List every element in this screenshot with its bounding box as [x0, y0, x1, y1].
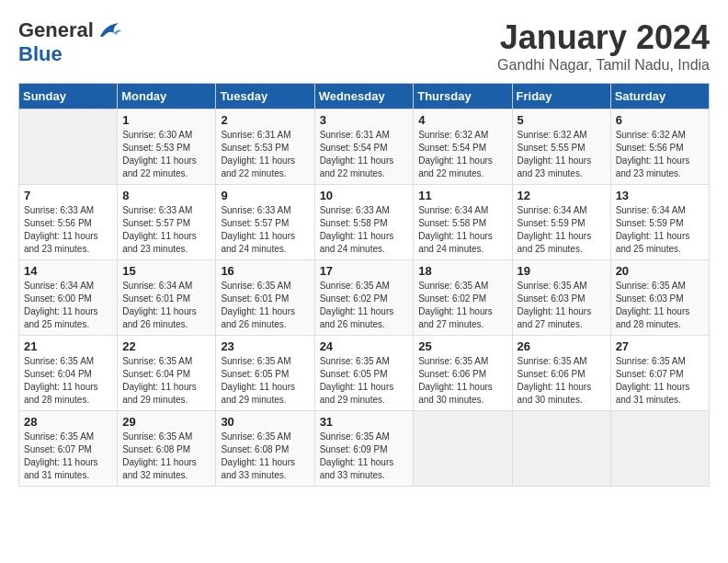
day-number: 10 [320, 189, 409, 202]
day-number: 17 [320, 264, 409, 278]
day-info: Sunrise: 6:35 AMSunset: 6:04 PMDaylight:… [122, 355, 210, 407]
calendar-cell: 16Sunrise: 6:35 AMSunset: 6:01 PMDayligh… [216, 260, 314, 336]
calendar-cell: 8Sunrise: 6:33 AMSunset: 5:57 PMDaylight… [118, 185, 216, 260]
calendar-cell: 17Sunrise: 6:35 AMSunset: 6:02 PMDayligh… [314, 260, 414, 336]
calendar-cell: 7Sunrise: 6:33 AMSunset: 5:56 PMDaylight… [19, 185, 118, 260]
day-info: Sunrise: 6:31 AMSunset: 5:53 PMDaylight:… [221, 129, 309, 180]
day-number: 22 [122, 339, 210, 353]
day-info: Sunrise: 6:35 AMSunset: 6:07 PMDaylight:… [24, 431, 112, 482]
day-info: Sunrise: 6:35 AMSunset: 6:08 PMDaylight:… [221, 431, 309, 482]
day-number: 27 [616, 339, 704, 353]
column-header-saturday: Saturday [610, 84, 709, 109]
calendar-cell: 13Sunrise: 6:34 AMSunset: 5:59 PMDayligh… [610, 185, 709, 260]
day-info: Sunrise: 6:32 AMSunset: 5:56 PMDaylight:… [616, 129, 704, 180]
calendar-cell: 11Sunrise: 6:34 AMSunset: 5:58 PMDayligh… [414, 185, 512, 260]
calendar-table: SundayMondayTuesdayWednesdayThursdayFrid… [18, 83, 710, 487]
day-info: Sunrise: 6:35 AMSunset: 6:08 PMDaylight:… [122, 431, 210, 482]
week-row-2: 7Sunrise: 6:33 AMSunset: 5:56 PMDaylight… [19, 185, 710, 260]
day-number: 13 [616, 189, 704, 202]
calendar-cell: 28Sunrise: 6:35 AMSunset: 6:07 PMDayligh… [19, 411, 118, 487]
column-header-sunday: Sunday [19, 84, 118, 109]
calendar-cell: 4Sunrise: 6:32 AMSunset: 5:54 PMDaylight… [414, 109, 512, 185]
calendar-cell: 21Sunrise: 6:35 AMSunset: 6:04 PMDayligh… [19, 336, 118, 411]
calendar-subtitle: Gandhi Nagar, Tamil Nadu, India [497, 57, 710, 74]
day-info: Sunrise: 6:33 AMSunset: 5:56 PMDaylight:… [24, 204, 112, 256]
day-info: Sunrise: 6:34 AMSunset: 6:00 PMDaylight:… [24, 280, 112, 331]
calendar-cell: 15Sunrise: 6:34 AMSunset: 6:01 PMDayligh… [118, 260, 216, 336]
column-header-monday: Monday [118, 84, 216, 109]
day-info: Sunrise: 6:31 AMSunset: 5:54 PMDaylight:… [320, 129, 409, 180]
day-info: Sunrise: 6:35 AMSunset: 6:06 PMDaylight:… [418, 355, 506, 407]
column-header-thursday: Thursday [414, 84, 512, 109]
day-number: 26 [518, 339, 606, 353]
day-info: Sunrise: 6:35 AMSunset: 6:03 PMDaylight:… [616, 280, 704, 331]
calendar-cell: 23Sunrise: 6:35 AMSunset: 6:05 PMDayligh… [216, 336, 314, 411]
column-header-friday: Friday [512, 84, 610, 109]
calendar-cell: 3Sunrise: 6:31 AMSunset: 5:54 PMDaylight… [314, 109, 414, 185]
day-info: Sunrise: 6:33 AMSunset: 5:57 PMDaylight:… [122, 204, 210, 256]
day-number: 11 [418, 189, 506, 202]
day-info: Sunrise: 6:30 AMSunset: 5:53 PMDaylight:… [122, 129, 210, 180]
day-info: Sunrise: 6:35 AMSunset: 6:02 PMDaylight:… [320, 280, 409, 331]
day-number: 7 [24, 189, 112, 202]
day-number: 25 [418, 339, 506, 353]
day-number: 24 [320, 339, 409, 353]
day-info: Sunrise: 6:35 AMSunset: 6:09 PMDaylight:… [320, 431, 409, 482]
calendar-cell: 27Sunrise: 6:35 AMSunset: 6:07 PMDayligh… [610, 336, 709, 411]
day-number: 3 [320, 113, 409, 127]
day-number: 12 [518, 189, 606, 202]
day-info: Sunrise: 6:35 AMSunset: 6:04 PMDaylight:… [24, 355, 112, 407]
calendar-header-row: SundayMondayTuesdayWednesdayThursdayFrid… [19, 84, 710, 109]
calendar-cell: 9Sunrise: 6:33 AMSunset: 5:57 PMDaylight… [216, 185, 314, 260]
day-number: 29 [122, 415, 210, 429]
calendar-cell: 25Sunrise: 6:35 AMSunset: 6:06 PMDayligh… [414, 336, 512, 411]
calendar-cell [19, 109, 118, 185]
day-info: Sunrise: 6:34 AMSunset: 5:58 PMDaylight:… [418, 204, 506, 256]
calendar-cell: 12Sunrise: 6:34 AMSunset: 5:59 PMDayligh… [512, 185, 610, 260]
day-info: Sunrise: 6:35 AMSunset: 6:06 PMDaylight:… [518, 355, 606, 407]
logo-bird-icon [96, 20, 123, 40]
calendar-cell [414, 411, 512, 487]
day-info: Sunrise: 6:34 AMSunset: 6:01 PMDaylight:… [122, 280, 210, 331]
day-info: Sunrise: 6:35 AMSunset: 6:05 PMDaylight:… [320, 355, 409, 407]
calendar-cell [512, 411, 610, 487]
calendar-cell: 31Sunrise: 6:35 AMSunset: 6:09 PMDayligh… [314, 411, 414, 487]
calendar-cell: 26Sunrise: 6:35 AMSunset: 6:06 PMDayligh… [512, 336, 610, 411]
day-number: 31 [320, 415, 409, 429]
calendar-cell [610, 411, 709, 487]
day-number: 6 [616, 113, 704, 127]
calendar-cell: 10Sunrise: 6:33 AMSunset: 5:58 PMDayligh… [314, 185, 414, 260]
day-number: 9 [221, 189, 309, 202]
day-info: Sunrise: 6:35 AMSunset: 6:07 PMDaylight:… [616, 355, 704, 407]
day-number: 4 [418, 113, 506, 127]
title-block: January 2024 Gandhi Nagar, Tamil Nadu, I… [497, 18, 710, 74]
day-number: 18 [418, 264, 506, 278]
week-row-1: 1Sunrise: 6:30 AMSunset: 5:53 PMDaylight… [19, 109, 710, 185]
week-row-4: 21Sunrise: 6:35 AMSunset: 6:04 PMDayligh… [19, 336, 710, 411]
day-number: 19 [518, 264, 606, 278]
day-info: Sunrise: 6:35 AMSunset: 6:03 PMDaylight:… [518, 280, 606, 331]
day-number: 5 [518, 113, 606, 127]
day-number: 20 [616, 264, 704, 278]
day-number: 23 [221, 339, 309, 353]
day-number: 21 [24, 339, 112, 353]
calendar-cell: 1Sunrise: 6:30 AMSunset: 5:53 PMDaylight… [118, 109, 216, 185]
day-number: 2 [221, 113, 309, 127]
calendar-cell: 30Sunrise: 6:35 AMSunset: 6:08 PMDayligh… [216, 411, 314, 487]
day-info: Sunrise: 6:34 AMSunset: 5:59 PMDaylight:… [518, 204, 606, 256]
day-number: 28 [24, 415, 112, 429]
column-header-wednesday: Wednesday [314, 84, 414, 109]
day-info: Sunrise: 6:33 AMSunset: 5:57 PMDaylight:… [221, 204, 309, 256]
day-info: Sunrise: 6:35 AMSunset: 6:02 PMDaylight:… [418, 280, 506, 331]
logo-blue-text: Blue [18, 42, 63, 65]
day-info: Sunrise: 6:34 AMSunset: 5:59 PMDaylight:… [616, 204, 704, 256]
calendar-cell: 5Sunrise: 6:32 AMSunset: 5:55 PMDaylight… [512, 109, 610, 185]
calendar-title: January 2024 [497, 18, 710, 57]
calendar-cell: 6Sunrise: 6:32 AMSunset: 5:56 PMDaylight… [610, 109, 709, 185]
logo-general-text: General [18, 18, 94, 42]
calendar-cell: 20Sunrise: 6:35 AMSunset: 6:03 PMDayligh… [610, 260, 709, 336]
day-info: Sunrise: 6:35 AMSunset: 6:05 PMDaylight:… [221, 355, 309, 407]
calendar-cell: 22Sunrise: 6:35 AMSunset: 6:04 PMDayligh… [118, 336, 216, 411]
page-header: General Blue January 2024 Gandhi Nagar, … [18, 18, 710, 74]
calendar-cell: 19Sunrise: 6:35 AMSunset: 6:03 PMDayligh… [512, 260, 610, 336]
